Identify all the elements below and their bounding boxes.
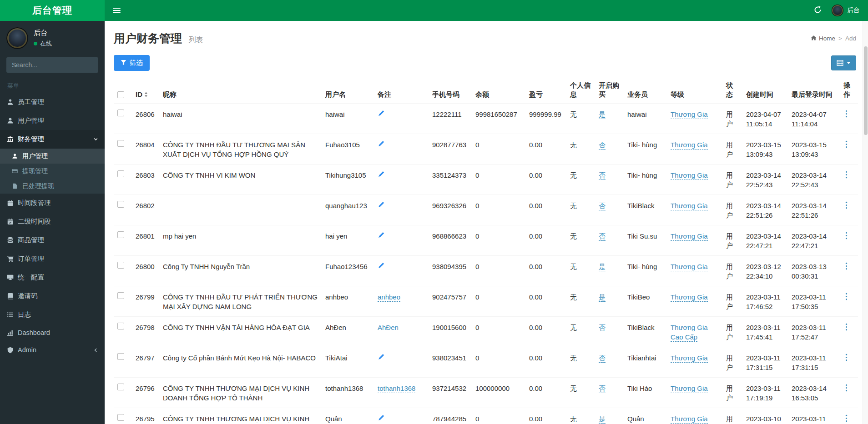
sidebar-subitem-link[interactable]: 已处理提现 bbox=[0, 179, 105, 194]
sidebar-item-8: 邀请码 bbox=[0, 287, 105, 305]
row-checkbox[interactable] bbox=[117, 170, 124, 177]
cell-status: 用户 bbox=[722, 225, 742, 255]
remark-link[interactable]: tothanh1368 bbox=[378, 384, 415, 393]
purchase-toggle-link[interactable]: 是 bbox=[599, 263, 606, 271]
edit-remark-button[interactable] bbox=[378, 171, 384, 179]
level-link[interactable]: Thương Gia Cao Cấp bbox=[671, 324, 708, 342]
row-checkbox[interactable] bbox=[117, 262, 124, 269]
sidebar-item-link[interactable]: 用户管理 bbox=[0, 111, 105, 130]
table-row: 26800 Công Ty TNHH Nguyễn Trần Fuhao1234… bbox=[114, 255, 858, 286]
sidebar-item-link[interactable]: Dashboard bbox=[0, 324, 105, 341]
purchase-toggle-link[interactable]: 否 bbox=[599, 232, 606, 241]
user-menu[interactable]: 后台 bbox=[828, 0, 868, 21]
row-checkbox[interactable] bbox=[117, 353, 124, 360]
edit-remark-button[interactable] bbox=[378, 415, 384, 423]
cell-phone: 938023451 bbox=[429, 347, 472, 377]
cart-icon bbox=[6, 255, 14, 263]
row-actions-button[interactable] bbox=[843, 201, 849, 212]
row-checkbox[interactable] bbox=[117, 414, 124, 421]
cell-last-login: 2023-03-14 16:53:05 bbox=[788, 377, 840, 408]
pencil-icon bbox=[378, 202, 384, 210]
edit-remark-button[interactable] bbox=[378, 141, 384, 149]
cell-purchase: 否 bbox=[595, 316, 624, 347]
row-checkbox[interactable] bbox=[117, 323, 124, 329]
sidebar-item-link[interactable]: 财务管理 bbox=[0, 130, 105, 149]
filter-button[interactable]: 筛选 bbox=[114, 55, 150, 71]
purchase-toggle-link[interactable]: 否 bbox=[599, 324, 606, 332]
level-link[interactable]: Thương Gia bbox=[671, 141, 708, 150]
remark-link[interactable]: anhbeo bbox=[378, 293, 400, 302]
row-checkbox[interactable] bbox=[117, 140, 124, 147]
sidebar-item-link[interactable]: 订单管理 bbox=[0, 249, 105, 268]
select-all-checkbox[interactable] bbox=[117, 91, 124, 98]
refresh-button[interactable] bbox=[807, 0, 828, 21]
sidebar-item-link[interactable]: 二级时间段 bbox=[0, 212, 105, 231]
sidebar-item-link[interactable]: 商品管理 bbox=[0, 231, 105, 249]
cell-purchase: 否 bbox=[595, 377, 624, 408]
row-actions-button[interactable] bbox=[843, 292, 849, 303]
edit-remark-button[interactable] bbox=[378, 202, 384, 210]
level-link[interactable]: Thương Gia bbox=[671, 293, 708, 302]
level-link[interactable]: Thương Gia bbox=[671, 354, 708, 363]
level-link[interactable]: Thương Gia bbox=[671, 415, 708, 424]
level-link[interactable]: Thương Gia bbox=[671, 202, 708, 210]
sidebar-item-link[interactable]: 日志 bbox=[0, 305, 105, 324]
row-actions-button[interactable] bbox=[843, 110, 849, 120]
scrollbar-thumb[interactable] bbox=[864, 46, 868, 135]
row-checkbox[interactable] bbox=[117, 384, 124, 390]
search-input[interactable] bbox=[6, 57, 98, 73]
table-settings-button[interactable] bbox=[831, 55, 856, 70]
sidebar-subitem-link[interactable]: 用户管理 bbox=[0, 149, 105, 164]
purchase-toggle-link[interactable]: 是 bbox=[599, 415, 606, 424]
purchase-toggle-link[interactable]: 否 bbox=[599, 384, 606, 393]
sidebar-item-link[interactable]: 邀请码 bbox=[0, 287, 105, 305]
remark-link[interactable]: AhĐen bbox=[378, 324, 399, 332]
app-logo[interactable]: 后台管理 bbox=[0, 0, 105, 21]
column-header-action: 操作 bbox=[840, 77, 858, 103]
content-header: 用户财务管理 列表 Home > Add bbox=[105, 21, 868, 46]
purchase-toggle-link[interactable]: 否 bbox=[599, 141, 606, 150]
row-checkbox[interactable] bbox=[117, 201, 124, 208]
sidebar-item-link[interactable]: Admin bbox=[0, 341, 105, 359]
row-actions-button[interactable] bbox=[843, 384, 849, 394]
purchase-toggle-link[interactable]: 否 bbox=[599, 202, 606, 210]
cell-purchase: 否 bbox=[595, 195, 624, 225]
purchase-toggle-link[interactable]: 否 bbox=[599, 354, 606, 363]
sort-icon[interactable] bbox=[144, 92, 148, 97]
sidebar-toggle-button[interactable] bbox=[105, 0, 128, 21]
level-link[interactable]: Thương Gia bbox=[671, 384, 708, 393]
row-actions-button[interactable] bbox=[843, 414, 849, 424]
purchase-toggle-link[interactable]: 否 bbox=[599, 171, 606, 180]
row-checkbox[interactable] bbox=[117, 231, 124, 238]
row-actions-button[interactable] bbox=[843, 323, 849, 334]
column-header-id[interactable]: ID bbox=[132, 77, 159, 103]
row-actions-button[interactable] bbox=[843, 353, 849, 364]
row-actions-button[interactable] bbox=[843, 231, 849, 242]
row-actions-button[interactable] bbox=[843, 262, 849, 273]
column-header-label: 昵称 bbox=[163, 90, 177, 98]
sidebar-subitem-link[interactable]: 提现管理 bbox=[0, 164, 105, 179]
level-link[interactable]: Thương Gia bbox=[671, 110, 708, 119]
sidebar-item-link[interactable]: 员工管理 bbox=[0, 93, 105, 111]
vertical-scrollbar[interactable] bbox=[863, 21, 868, 424]
level-link[interactable]: Thương Gia bbox=[671, 232, 708, 241]
row-actions-button[interactable] bbox=[843, 140, 849, 151]
level-link[interactable]: Thương Gia bbox=[671, 263, 708, 271]
calendar-icon bbox=[6, 200, 14, 207]
sidebar-item-label: 二级时间段 bbox=[18, 217, 98, 226]
edit-remark-button[interactable] bbox=[378, 354, 384, 362]
edit-remark-button[interactable] bbox=[378, 110, 384, 118]
purchase-toggle-link[interactable]: 是 bbox=[599, 293, 606, 302]
breadcrumb-home[interactable]: Home bbox=[811, 35, 835, 42]
purchase-toggle-link[interactable]: 是 bbox=[599, 110, 606, 119]
row-checkbox[interactable] bbox=[117, 110, 124, 116]
edit-remark-button[interactable] bbox=[378, 232, 384, 240]
cell-username: AhĐen bbox=[322, 316, 374, 347]
sidebar-item-link[interactable]: 统一配置 bbox=[0, 268, 105, 287]
edit-remark-button[interactable] bbox=[378, 263, 384, 270]
row-checkbox[interactable] bbox=[117, 292, 124, 299]
sidebar-item-link[interactable]: 时间段管理 bbox=[0, 194, 105, 212]
cell-status: 用户 bbox=[722, 286, 742, 316]
row-actions-button[interactable] bbox=[843, 170, 849, 181]
level-link[interactable]: Thương Gia bbox=[671, 171, 708, 180]
